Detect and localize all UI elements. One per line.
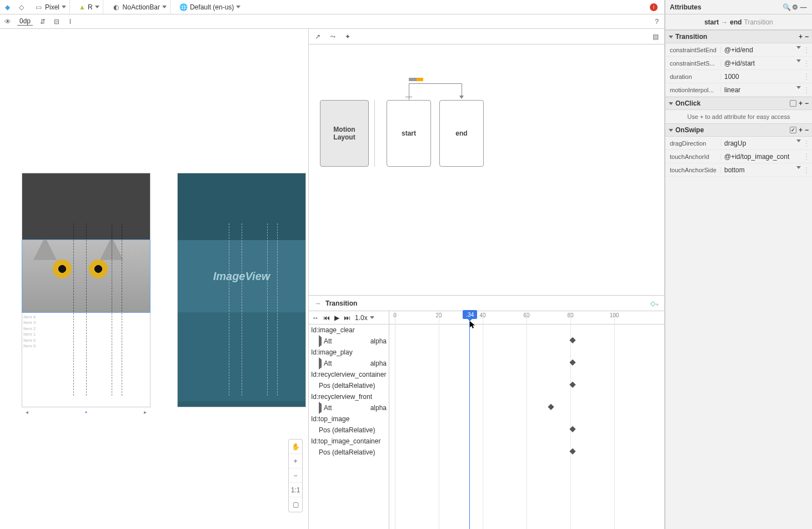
- guideline-icon[interactable]: ⊟: [52, 17, 61, 26]
- timeline-attr-row[interactable]: Pos (deltaRelative): [309, 380, 389, 391]
- timeline-id-row[interactable]: Id:top_image_container: [309, 436, 389, 447]
- property-row[interactable]: constraintSetEnd@+id/end⋮: [665, 43, 812, 57]
- device-dropdown[interactable]: Pixel: [45, 3, 66, 11]
- add-transition-icon[interactable]: ⤳: [328, 32, 337, 41]
- motion-overview: ↗ ⤳ ✦ ▤ Motion Layout start end: [309, 29, 664, 296]
- remove-attribute-button[interactable]: −: [805, 99, 809, 107]
- surface-cycle-icon[interactable]: ▤: [651, 32, 660, 41]
- speed-dropdown[interactable]: 1.0x: [355, 314, 374, 322]
- search-icon[interactable]: 🔍: [783, 3, 791, 11]
- chevron-down-icon: [95, 6, 99, 8]
- theme-dropdown[interactable]: ◐NoActionBar: [112, 3, 167, 11]
- timeline-id-row[interactable]: Id:image_play: [309, 347, 389, 358]
- view-options-toolbar: 👁 0dp ⇵ ⊟ I ?: [0, 14, 664, 29]
- minimize-icon[interactable]: —: [799, 3, 808, 11]
- horizontal-scrollbar[interactable]: ◂▪▸: [22, 408, 150, 415]
- start-constraint-set[interactable]: start: [387, 100, 431, 167]
- eye-icon[interactable]: 👁: [3, 17, 12, 26]
- chevron-down-icon: [62, 6, 66, 8]
- timeline-id-row[interactable]: Id:recyclerview_front: [309, 391, 389, 402]
- align-icon[interactable]: ⇵: [38, 17, 47, 26]
- globe-icon: 🌐: [179, 3, 188, 11]
- section-transition[interactable]: Transition+−: [665, 30, 812, 43]
- design-toolbar: ◆ ◇ ▭ Pixel ▲R ◐NoActionBar 🌐Default (en…: [0, 0, 664, 14]
- orientation-icon[interactable]: ◇: [17, 3, 26, 11]
- property-row[interactable]: touchAnchorSidebottom⋮: [665, 163, 812, 177]
- timeline-attr-row[interactable]: Attalpha: [309, 402, 389, 413]
- timeline-attr-row[interactable]: Pos (deltaRelative): [309, 425, 389, 436]
- attributes-panel: Attributes 🔍 ⚙ — start → end Transition …: [665, 0, 812, 529]
- keyframe-diamond[interactable]: [548, 404, 554, 410]
- add-click-icon[interactable]: ✦: [343, 32, 352, 41]
- section-onclick[interactable]: OnClick+−: [665, 97, 812, 110]
- android-icon: ▲: [79, 3, 86, 11]
- pan-button[interactable]: ✋: [289, 440, 302, 454]
- attributes-title: Attributes: [670, 3, 701, 11]
- chevron-down-icon: [370, 316, 374, 319]
- tools-icon[interactable]: I: [66, 17, 74, 26]
- add-attribute-button[interactable]: +: [799, 126, 803, 134]
- timeline-attr-row[interactable]: Attalpha: [309, 358, 389, 369]
- play-button[interactable]: ▶: [334, 314, 339, 322]
- zoom-out-button[interactable]: −: [289, 468, 302, 483]
- chevron-down-icon: [162, 6, 167, 8]
- margin-dropdown[interactable]: 0dp: [17, 17, 33, 26]
- timeline-panel: → Transition ◇₊ ↔ ⏮ ▶ ⏭ 1.0x: [309, 296, 664, 529]
- remove-attribute-button[interactable]: −: [805, 33, 809, 41]
- section-onswipe[interactable]: OnSwipe✓+−: [665, 123, 812, 137]
- design-preview[interactable]: Item 4Item 3Item 2Item 1Item 0Item 0 ◂▪▸: [22, 173, 150, 407]
- blueprint-preview[interactable]: ImageView: [178, 173, 305, 407]
- zoom-controls: ✋ + − 1:1 ▢: [288, 439, 303, 512]
- api-dropdown[interactable]: ▲R: [79, 3, 99, 11]
- property-row[interactable]: touchAnchorId@+id/top_image_cont⋮: [665, 150, 812, 163]
- palette-icon[interactable]: ◆: [3, 3, 12, 11]
- property-row[interactable]: duration1000⋮: [665, 70, 812, 83]
- add-attribute-button[interactable]: +: [799, 33, 803, 41]
- design-canvas[interactable]: Item 4Item 3Item 2Item 1Item 0Item 0 ◂▪▸…: [0, 29, 308, 529]
- cursor-icon: [470, 321, 475, 329]
- add-constraint-icon[interactable]: ↗: [313, 32, 322, 41]
- gear-icon[interactable]: ⚙: [791, 3, 799, 11]
- direction-button[interactable]: ↔: [312, 314, 319, 322]
- section-checkbox[interactable]: [790, 100, 796, 107]
- add-keyframe-button[interactable]: ◇₊: [650, 300, 659, 307]
- timeline-id-row[interactable]: Id:image_clear: [309, 325, 389, 336]
- transition-arrow[interactable]: [409, 78, 423, 81]
- add-attribute-button[interactable]: +: [799, 99, 803, 107]
- selection-breadcrumb: start → end Transition: [665, 14, 812, 30]
- device-icon: ▭: [34, 3, 43, 11]
- motion-layout-box[interactable]: Motion Layout: [320, 100, 369, 167]
- zoom-in-button[interactable]: +: [289, 454, 302, 468]
- help-icon[interactable]: ?: [653, 17, 661, 26]
- end-constraint-set[interactable]: end: [439, 100, 484, 167]
- timeline-attr-row[interactable]: Pos (deltaRelative): [309, 447, 389, 458]
- transition-icon: →: [314, 300, 321, 307]
- property-row[interactable]: constraintSetS...@+id/start⋮: [665, 57, 812, 70]
- go-start-button[interactable]: ⏮: [323, 314, 330, 322]
- section-checkbox[interactable]: ✓: [790, 127, 796, 133]
- timeline-title: Transition: [325, 300, 357, 307]
- timeline-id-row[interactable]: Id:recyclerview_container: [309, 369, 389, 380]
- playhead[interactable]: .34: [469, 311, 470, 529]
- theme-icon: ◐: [112, 3, 121, 11]
- property-row[interactable]: motionInterpol...linear⋮: [665, 83, 812, 97]
- error-badge[interactable]: !: [650, 3, 658, 11]
- onclick-hint: Use + to add attribute for easy access: [665, 110, 812, 123]
- timeline-id-row[interactable]: Id:top_image: [309, 413, 389, 425]
- timeline-attr-row[interactable]: Attalpha: [309, 336, 389, 347]
- go-end-button[interactable]: ⏭: [344, 314, 350, 322]
- zoom-actual-button[interactable]: 1:1: [289, 483, 302, 497]
- zoom-fit-button[interactable]: ▢: [289, 497, 302, 512]
- chevron-down-icon: [236, 6, 240, 8]
- property-row[interactable]: dragDirectiondragUp⋮: [665, 137, 812, 150]
- locale-dropdown[interactable]: 🌐Default (en-us): [179, 3, 240, 11]
- remove-attribute-button[interactable]: −: [805, 126, 809, 134]
